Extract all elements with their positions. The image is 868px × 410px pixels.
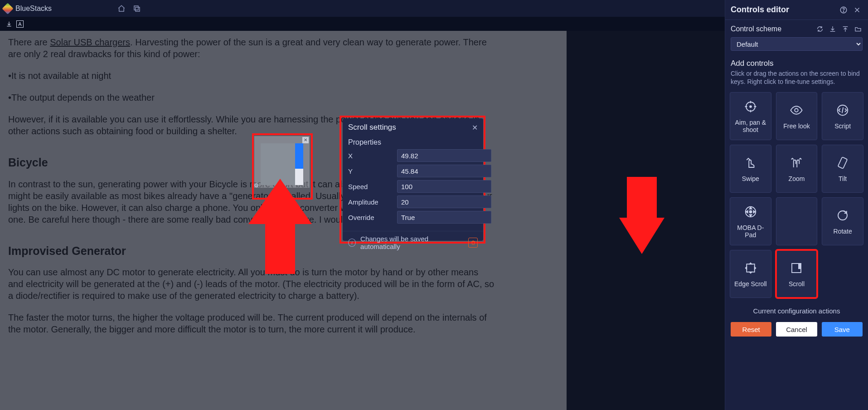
control-scroll[interactable]: Scroll [776,250,818,298]
script-icon [835,102,850,118]
add-controls-section: Add controls Click or drag the actions o… [725,54,868,88]
svg-rect-15 [747,264,755,272]
bluestacks-logo-icon [2,3,13,14]
control-hidden[interactable] [776,197,818,245]
svg-point-8 [750,106,752,107]
paragraph: There are Solar USB chargers. Harvesting… [8,36,495,60]
control-script[interactable]: Script [822,92,863,140]
bullet: •The output depends on the weather [8,92,495,103]
scheme-select[interactable]: Default [731,37,863,51]
import-icon[interactable] [828,24,837,34]
close-icon[interactable] [852,0,863,20]
annotation-arrow-down [619,177,664,254]
scroll-icon [789,260,804,276]
folder-icon[interactable] [853,24,863,34]
control-rotate[interactable]: Rotate [822,197,863,245]
control-aim-pan-shoot[interactable]: Aim, pan & shoot [730,92,771,140]
text-tool-icon[interactable]: A [16,20,24,28]
amplitude-input[interactable] [397,195,491,208]
info-icon: i [348,239,356,247]
scroll-settings-panel: Scroll settings ✕ Properties X Y Speed A… [343,118,483,241]
scroll-widget-close-icon[interactable]: ✕ [302,137,309,143]
svg-point-6 [843,11,844,12]
app-name: BlueStacks [15,5,52,13]
help-icon[interactable] [838,0,849,20]
home-icon[interactable] [115,2,128,15]
svg-rect-1 [134,6,138,10]
paragraph: You can use almost any DC motor to gener… [8,266,495,302]
save-button[interactable]: Save [822,322,863,337]
solar-chargers-link[interactable]: Solar USB chargers [50,37,130,47]
export-icon[interactable] [841,24,850,34]
speed-label: Speed [348,183,397,190]
scroll-widget-handle[interactable] [295,143,303,169]
x-label: X [348,152,397,160]
control-moba-dpad[interactable]: MOBA D-Pad [730,197,771,245]
download-icon[interactable] [5,20,14,29]
swipe-icon [743,155,758,171]
control-free-look[interactable]: Free look [776,92,818,140]
sidebar-titlebar: Controls editor [725,0,868,20]
override-label: Override [348,214,397,221]
button-row: Reset Cancel Save [725,315,868,337]
crosshair-icon [743,99,758,114]
override-input[interactable] [397,211,491,224]
edge-scroll-icon [743,260,758,276]
paragraph: The faster the motor turns, the higher t… [8,312,495,335]
control-edge-scroll[interactable]: Edge Scroll [730,250,771,298]
scroll-control-widget[interactable]: ✕ ⚙ [254,136,310,188]
add-controls-header: Add controls [731,59,863,68]
x-input[interactable] [397,149,491,162]
dpad-icon [743,204,758,220]
control-scheme-label: Control scheme [731,25,781,33]
speed-input[interactable] [397,180,491,193]
svg-rect-11 [838,157,848,169]
reset-button[interactable]: Reset [731,322,771,337]
panel-title: Scroll settings [348,123,396,132]
sync-icon[interactable] [815,24,824,34]
properties-label: Properties [348,138,478,146]
zoom-icon [789,155,804,171]
svg-point-9 [795,108,799,112]
svg-rect-17 [799,264,801,268]
control-swipe[interactable]: Swipe [730,145,771,193]
controls-editor-sidebar: Controls editor Control scheme Default A… [725,0,868,410]
scroll-widget-gear-icon[interactable]: ⚙ [254,182,261,190]
control-tilt[interactable]: Tilt [822,145,863,193]
y-input[interactable] [397,165,491,177]
rotate-icon [835,208,850,223]
amplitude-label: Amplitude [348,198,397,206]
bullet: •It is not available at night [8,70,495,82]
copy-icon[interactable] [131,2,143,15]
config-actions-label: Current configuration actions [725,307,868,315]
add-controls-hint: Click or drag the actions on the screen … [731,70,863,86]
control-zoom[interactable]: Zoom [776,145,818,193]
close-icon[interactable]: ✕ [472,123,478,132]
y-label: Y [348,167,397,175]
delete-icon[interactable] [468,238,478,248]
control-scheme-section: Control scheme Default [725,20,868,54]
tilt-icon [835,155,850,171]
autosave-message: Changes will be saved automatically [360,235,464,250]
svg-point-13 [749,210,752,213]
controls-grid: Aim, pan & shoot Free look Script Swipe … [725,88,868,302]
control-icon [789,211,804,227]
sidebar-title: Controls editor [731,5,789,15]
cancel-button[interactable]: Cancel [776,322,817,337]
svg-rect-0 [136,7,140,11]
eye-icon [789,102,804,118]
